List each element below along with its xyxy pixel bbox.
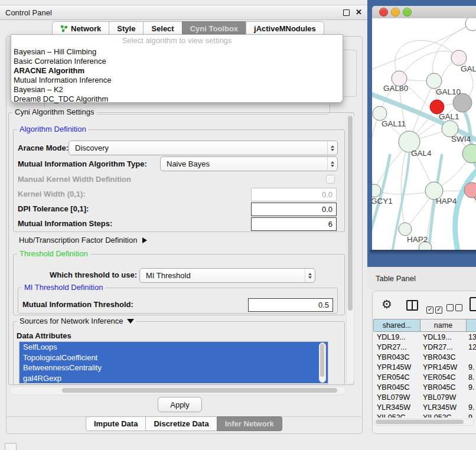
attributes-scrollbar[interactable] (319, 343, 326, 383)
table-cell[interactable]: YIL052C (374, 412, 420, 418)
table-cell[interactable]: 9. (465, 362, 476, 372)
column-header-a[interactable]: A (466, 319, 476, 331)
table-cell[interactable]: YLR345W (420, 402, 465, 412)
table-cell[interactable] (465, 392, 476, 402)
table-cell[interactable] (465, 352, 476, 362)
network-edges-thick (372, 93, 476, 250)
hub-definition-toggle[interactable]: Hub/Transcription Factor Definition (19, 236, 147, 244)
table-cell[interactable]: YIL052C (420, 412, 465, 418)
table-row[interactable]: YDR27...YDR27...12 (374, 342, 476, 352)
minimize-traffic-light[interactable] (391, 8, 400, 17)
table-cell[interactable]: YPR145W (420, 362, 465, 372)
network-node[interactable] (465, 18, 476, 31)
table-row[interactable]: YDL19...YDL19...13 (374, 332, 476, 342)
mi-type-select[interactable]: Naive Bayes (160, 156, 338, 171)
attribute-item-topologicalcoefficient[interactable]: TopologicalCoefficient (19, 353, 328, 363)
table-row[interactable]: YLR345WYLR345W9. (374, 402, 476, 412)
tab-infer-network[interactable]: Infer Network (217, 416, 282, 431)
settings-horizontal-scrollbar-thumb[interactable] (62, 388, 337, 393)
network-node-gal10[interactable] (426, 73, 442, 89)
column-header-shared[interactable]: shared... (373, 319, 420, 331)
attribute-item-betweennesscentrality[interactable]: BetweennessCentrality (19, 363, 328, 373)
network-node-hap2[interactable] (399, 223, 412, 236)
network-canvas[interactable]: GALGAL80GAL10GAL1GAL11SWI4GAL4GCY1HAP4YH… (372, 18, 476, 250)
table-horizontal-scrollbar-thumb[interactable] (376, 420, 464, 424)
which-threshold-label: Which threshold to use: (50, 270, 137, 279)
which-threshold-select[interactable]: MI Threshold (139, 268, 315, 283)
table-cell[interactable]: 9. (465, 402, 476, 412)
dpi-tolerance-field[interactable]: 0.0 (251, 203, 337, 216)
table-cell[interactable]: YLR345W (374, 402, 420, 412)
network-window-titlebar[interactable] (372, 6, 476, 19)
tab-impute-data[interactable]: Impute Data (86, 416, 146, 431)
dropdown-item-dream8-dc-tdc-algorithm[interactable]: Dream8 DC_TDC Algorithm (11, 94, 343, 104)
node-label-hap4: HAP4 (436, 197, 457, 206)
attribute-item-selfloops[interactable]: SelfLoops (19, 342, 328, 353)
collapse-arrow-icon (127, 319, 134, 324)
sources-title-row[interactable]: Sources for Network Inference (17, 317, 136, 325)
manual-kernel-checkbox[interactable] (326, 175, 335, 184)
network-node[interactable] (462, 144, 476, 163)
table-cell[interactable]: YBR045C (420, 382, 465, 392)
columns-icon[interactable] (406, 300, 418, 311)
settings-vertical-scrollbar-thumb[interactable] (348, 116, 353, 311)
dpi-tolerance-label: DPI Tolerance [0,1]: (18, 204, 89, 213)
dropdown-item-mutual-information-inference[interactable]: Mutual Information Inference (11, 76, 343, 85)
tab-discretize-data[interactable]: Discretize Data (145, 416, 217, 431)
table-row[interactable]: YBL079WYBL079W (374, 392, 476, 402)
table-cell[interactable]: YBR043C (420, 352, 465, 362)
table-row[interactable]: YBR043CYBR043C (374, 352, 476, 362)
table-row[interactable]: YIL052CYIL052C9 (374, 412, 476, 418)
dropdown-item-aracne-algorithm[interactable]: ARACNE Algorithm (11, 66, 343, 76)
mi-steps-field[interactable]: 6 (251, 217, 337, 231)
zoom-traffic-light[interactable] (403, 8, 412, 17)
table-cell[interactable]: YBL079W (420, 392, 465, 402)
table-cell[interactable]: YBL079W (374, 392, 420, 402)
table-cell[interactable]: 12 (465, 342, 476, 352)
deselect-all-columns-icon[interactable] (446, 303, 464, 314)
dropdown-item-bayesian-hill-climbing[interactable]: Bayesian – Hill Climbing (11, 47, 343, 57)
table-cell[interactable]: YBR045C (374, 382, 420, 392)
table-cell[interactable]: YBR043C (374, 352, 420, 362)
table-cell[interactable]: YDR27... (420, 342, 465, 352)
attributes-scrollbar-thumb[interactable] (320, 344, 324, 377)
table-row[interactable]: YPR145WYPR145W9. (374, 362, 476, 372)
minimized-panel-icon[interactable] (5, 443, 17, 450)
table-cell[interactable]: YER054C (374, 372, 420, 382)
table-row[interactable]: YER054CYER054C8. (374, 372, 476, 382)
table-cell[interactable]: 13 (465, 332, 476, 342)
network-icon (60, 25, 68, 32)
table-cell[interactable]: 9 (465, 412, 476, 418)
kernel-width-field[interactable]: 0.0 (251, 188, 337, 201)
mi-steps-label: Mutual Information Steps: (18, 219, 112, 228)
float-icon[interactable] (343, 9, 350, 16)
dropdown-item-basic-correlation-inference[interactable]: Basic Correlation Inference (11, 57, 343, 66)
dropdown-item-bayesian-k2[interactable]: Bayesian – K2 (11, 85, 343, 94)
close-traffic-light[interactable] (379, 8, 388, 17)
table-panel-title: Table Panel (367, 274, 416, 283)
table-cell[interactable]: 9. (465, 382, 476, 392)
network-node-gal11[interactable] (373, 106, 387, 120)
apply-button[interactable]: Apply (158, 397, 202, 412)
new-table-icon[interactable] (470, 297, 476, 311)
table-cell[interactable]: 8. (465, 372, 476, 382)
attribute-item-gal4rgexp[interactable]: gal4RGexp (19, 373, 328, 384)
network-node-gal[interactable] (451, 50, 467, 66)
table-cell[interactable]: YER054C (420, 372, 465, 382)
table-cell[interactable]: YDL19... (374, 332, 420, 342)
mi-threshold-label: Mutual Information Threshold: (22, 300, 133, 309)
aracne-mode-select[interactable]: Discovery (69, 141, 338, 155)
settings-horizontal-scrollbar[interactable] (9, 386, 346, 395)
table-cell[interactable]: YPR145W (374, 362, 420, 372)
data-attributes-list[interactable]: SelfLoopsTopologicalCoefficientBetweenne… (19, 341, 328, 384)
close-icon[interactable]: ✕ (356, 9, 362, 15)
select-all-columns-icon[interactable]: ✓✓ (426, 303, 444, 314)
table-cell[interactable]: YDR27... (374, 342, 420, 352)
settings-vertical-scrollbar[interactable] (346, 113, 354, 384)
mi-threshold-field[interactable]: 0.5 (248, 298, 333, 312)
table-horizontal-scrollbar[interactable] (374, 419, 474, 426)
column-header-name[interactable]: name (420, 319, 467, 331)
table-row[interactable]: YBR045CYBR045C9. (374, 382, 476, 392)
gear-icon[interactable]: ⚙ (382, 298, 392, 311)
table-cell[interactable]: YDL19... (420, 332, 465, 342)
